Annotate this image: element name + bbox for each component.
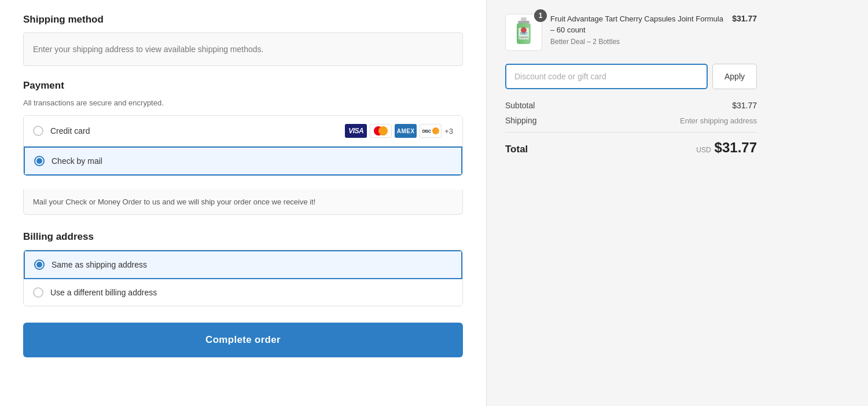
product-row: TART CHERRY 1 Fruit Advantage Tart Cherr… [505, 14, 757, 51]
check-mail-radio [34, 156, 45, 166]
different-billing-radio [33, 287, 43, 298]
credit-card-radio [33, 126, 43, 136]
shipping-method-title: Shipping method [23, 14, 463, 25]
different-billing-label: Use a different billing address [50, 288, 453, 297]
total-value: $31.77 [715, 140, 757, 156]
subtotal-label: Subtotal [505, 101, 535, 110]
payment-option-credit-card[interactable]: Credit card VISA AMEX DISC +3 [24, 116, 462, 147]
svg-rect-1 [518, 21, 529, 23]
apply-discount-button[interactable]: Apply [712, 64, 757, 89]
svg-text:CHERRY: CHERRY [519, 36, 529, 39]
same-as-shipping-label: Same as shipping address [52, 260, 452, 269]
payment-section: Payment All transactions are secure and … [23, 80, 463, 215]
svg-rect-0 [521, 17, 527, 21]
total-currency: USD [696, 146, 711, 154]
shipping-label: Shipping [505, 116, 537, 125]
same-as-shipping-radio [34, 259, 45, 270]
total-label: Total [505, 144, 528, 155]
billing-options-container: Same as shipping address Use a different… [23, 250, 463, 306]
summary-divider [505, 132, 757, 133]
billing-title: Billing address [23, 231, 463, 243]
shipping-method-section: Shipping method Enter your shipping addr… [23, 14, 463, 66]
total-row: Total USD $31.77 [505, 140, 757, 156]
subtotal-value: $31.77 [732, 101, 757, 110]
subtotal-row: Subtotal $31.77 [505, 101, 757, 110]
right-panel: TART CHERRY 1 Fruit Advantage Tart Cherr… [486, 0, 775, 406]
billing-option-different[interactable]: Use a different billing address [24, 279, 462, 306]
product-image-wrap: TART CHERRY 1 [505, 14, 542, 51]
shipping-placeholder: Enter your shipping address to view avai… [23, 32, 463, 66]
product-subtitle: Better Deal – 2 Bottles [550, 38, 724, 46]
shipping-value: Enter shipping address [680, 116, 757, 125]
product-name: Fruit Advantage Tart Cherry Capsules Joi… [550, 14, 724, 36]
check-info-box: Mail your Check or Money Order to us and… [23, 189, 463, 215]
visa-icon: VISA [345, 124, 367, 138]
amex-icon: AMEX [395, 124, 417, 138]
svg-point-7 [521, 27, 527, 33]
payment-subtitle: All transactions are secure and encrypte… [23, 98, 463, 107]
card-more-label: +3 [444, 127, 453, 136]
mastercard-icon [370, 124, 392, 138]
payment-title: Payment [23, 80, 463, 92]
shipping-row: Shipping Enter shipping address [505, 116, 757, 125]
discount-input[interactable] [505, 64, 708, 89]
product-bottle-svg: TART CHERRY [513, 17, 534, 47]
payment-option-check-mail[interactable]: Check by mail [24, 147, 462, 175]
product-details: Fruit Advantage Tart Cherry Capsules Joi… [550, 14, 724, 46]
card-icons: VISA AMEX DISC +3 [345, 124, 453, 138]
complete-order-button[interactable]: Complete order [23, 323, 463, 357]
credit-card-label: Credit card [50, 126, 345, 136]
billing-section: Billing address Same as shipping address… [23, 231, 463, 306]
billing-option-same[interactable]: Same as shipping address [24, 250, 462, 279]
product-price: $31.77 [732, 14, 757, 23]
left-panel: Shipping method Enter your shipping addr… [0, 0, 486, 406]
check-mail-label: Check by mail [52, 156, 452, 166]
total-value-wrap: USD $31.77 [696, 140, 757, 156]
discover-icon: DISC [420, 124, 442, 138]
discount-row: Apply [505, 64, 757, 89]
product-quantity-badge: 1 [534, 9, 547, 22]
payment-options-container: Credit card VISA AMEX DISC +3 [23, 115, 463, 176]
